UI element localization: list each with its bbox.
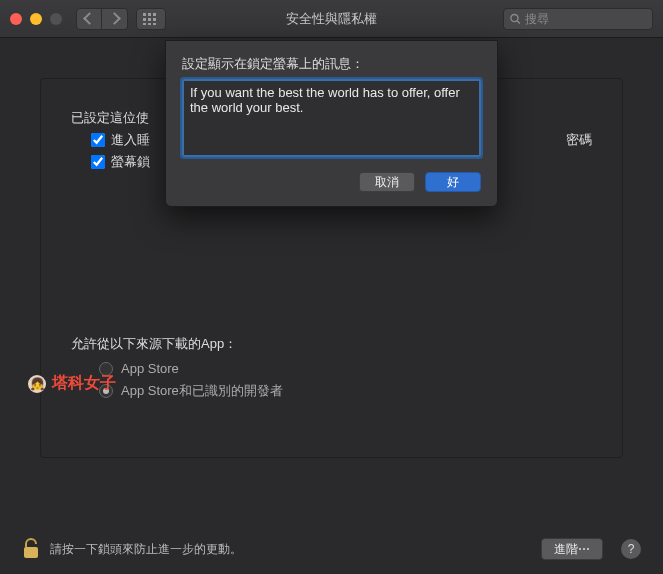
require-password-label: 進入睡 [111,131,150,149]
configured-user-text: 已設定這位使 [71,109,149,127]
require-password-checkbox[interactable] [91,133,105,147]
radio-appstore-row[interactable]: App Store [99,361,592,376]
show-message-label: 螢幕鎖 [111,153,150,171]
svg-rect-3 [143,18,146,21]
svg-rect-6 [143,23,146,25]
back-button[interactable] [76,8,102,30]
svg-rect-7 [148,23,151,25]
forward-button[interactable] [102,8,128,30]
close-window-button[interactable] [10,13,22,25]
nav-buttons [76,8,128,30]
watermark-text: 塔科女子 [52,373,116,394]
chevron-right-icon [108,12,121,25]
lock-icon[interactable] [22,538,40,560]
right-label: 密碼 [566,131,592,149]
chevron-left-icon [83,12,96,25]
watermark: 👧 塔科女子 [28,373,116,394]
search-field-wrap[interactable] [503,8,653,30]
radio-identified-row[interactable]: App Store和已識別的開發者 [99,382,592,400]
svg-line-10 [517,20,520,23]
help-button[interactable]: ? [621,539,641,559]
svg-rect-0 [143,13,146,16]
radio-appstore-label: App Store [121,361,179,376]
traffic-lights [10,13,62,25]
minimize-window-button[interactable] [30,13,42,25]
svg-rect-5 [153,18,156,21]
search-icon [510,13,521,25]
lock-text: 請按一下鎖頭來防止進一步的更動。 [50,541,242,558]
watermark-icon: 👧 [28,375,46,393]
allow-apps-label: 允許從以下來源下載的App： [71,335,592,353]
show-all-button[interactable] [136,8,166,30]
grid-icon [143,13,159,25]
svg-rect-2 [153,13,156,16]
svg-point-9 [511,14,518,21]
dialog-actions: 取消 好 [182,172,481,192]
cancel-button[interactable]: 取消 [359,172,415,192]
svg-rect-11 [24,547,38,558]
show-message-checkbox[interactable] [91,155,105,169]
radio-identified-label: App Store和已識別的開發者 [121,382,283,400]
svg-rect-8 [153,23,156,25]
lock-message-dialog: 設定顯示在鎖定螢幕上的訊息： 取消 好 [165,40,498,207]
dialog-label: 設定顯示在鎖定螢幕上的訊息： [182,55,481,73]
svg-rect-1 [148,13,151,16]
svg-rect-4 [148,18,151,21]
lock-message-textarea[interactable] [182,79,481,157]
zoom-window-button [50,13,62,25]
advanced-button[interactable]: 進階⋯ [541,538,603,560]
titlebar: 安全性與隱私權 [0,0,663,38]
search-input[interactable] [525,12,646,26]
footer: 請按一下鎖頭來防止進一步的更動。 進階⋯ ? [0,524,663,574]
ok-button[interactable]: 好 [425,172,481,192]
